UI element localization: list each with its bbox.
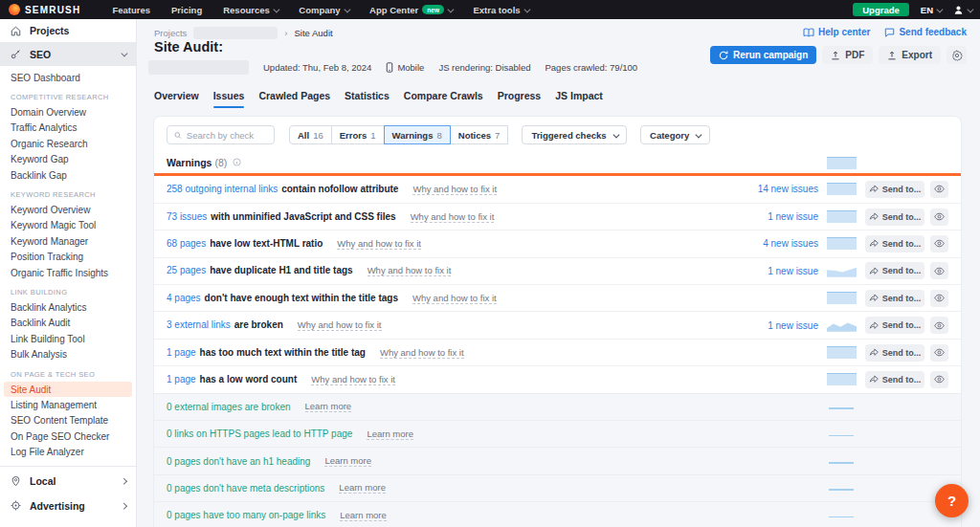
search-box[interactable] <box>167 125 275 144</box>
settings-button[interactable] <box>947 46 967 64</box>
sidebar-entry[interactable]: SEO Content Template <box>0 413 136 428</box>
why-fix-link[interactable]: Why and how to fix it <box>380 347 464 359</box>
sidebar-item-projects[interactable]: Projects <box>0 19 136 42</box>
eye-button[interactable] <box>930 344 948 362</box>
eye-button[interactable] <box>930 290 948 307</box>
rerun-campaign-button[interactable]: Rerun campaign <box>710 46 816 64</box>
help-center-link[interactable]: Help center <box>803 27 870 37</box>
issue-count-link[interactable]: 1 page <box>167 374 196 384</box>
issue-count-link[interactable]: 68 pages <box>167 238 206 249</box>
why-fix-link[interactable]: Why and how to fix it <box>368 265 452 276</box>
issue-count-link[interactable]: 73 issues <box>167 211 207 222</box>
sidebar-entry[interactable]: Domain Overview <box>0 104 136 120</box>
sidebar-item-seo[interactable]: SEO <box>0 42 136 66</box>
sidebar-entry[interactable]: Listing Management <box>0 397 136 412</box>
send-to-button[interactable]: Send to... <box>865 235 924 253</box>
send-to-button[interactable]: Send to... <box>865 371 924 388</box>
top-nav-item[interactable]: Company <box>288 0 359 19</box>
tab[interactable]: Issues <box>213 90 245 108</box>
top-nav-item[interactable]: Extra tools <box>462 0 539 19</box>
send-to-button[interactable]: Send to... <box>865 290 924 307</box>
sidebar-item-local[interactable]: Local <box>0 469 136 494</box>
issue-count-link[interactable]: 4 pages <box>167 293 201 303</box>
help-fab-button[interactable]: ? <box>935 484 969 517</box>
sidebar-entry[interactable]: Organic Traffic Insights <box>0 265 136 280</box>
send-to-button[interactable]: Send to... <box>865 181 924 198</box>
user-menu[interactable] <box>953 5 972 15</box>
tab[interactable]: Overview <box>154 90 199 108</box>
sidebar-entry[interactable]: On Page SEO Checker <box>0 428 136 444</box>
tab[interactable]: Statistics <box>345 90 390 108</box>
eye-button[interactable] <box>930 209 948 226</box>
eye-button[interactable] <box>930 371 948 388</box>
eye-button[interactable] <box>930 235 948 253</box>
why-fix-link[interactable]: Why and how to fix it <box>411 211 495 223</box>
new-issues-link[interactable]: 1 new issue <box>768 320 818 331</box>
why-fix-link[interactable]: Why and how to fix it <box>298 319 382 331</box>
learn-more-link[interactable]: Learn more <box>324 455 371 467</box>
learn-more-link[interactable]: Learn more <box>339 482 386 494</box>
new-issues-link[interactable]: 1 new issue <box>768 211 818 222</box>
sidebar-entry[interactable]: Traffic Analytics <box>0 121 136 136</box>
issue-count-link[interactable]: 25 pages <box>167 265 206 275</box>
eye-button[interactable] <box>930 317 948 334</box>
search-input[interactable] <box>187 130 267 141</box>
why-fix-link[interactable]: Why and how to fix it <box>412 184 497 195</box>
info-icon[interactable] <box>233 158 241 166</box>
sidebar-entry[interactable]: Position Tracking <box>0 250 136 265</box>
top-nav-item[interactable]: App Center new <box>359 0 462 19</box>
filter-segment[interactable]: Errors 1 <box>331 125 385 144</box>
breadcrumb-projects-link[interactable]: Projects <box>154 28 187 38</box>
tab[interactable]: Crawled Pages <box>258 90 330 108</box>
sidebar-entry[interactable]: Backlink Audit <box>0 316 136 331</box>
tab[interactable]: Progress <box>498 90 542 108</box>
sidebar-entry[interactable]: Log File Analyzer <box>0 444 136 459</box>
semrush-logo[interactable]: SEMRUSH <box>9 4 80 15</box>
eye-button[interactable] <box>930 262 948 279</box>
filter-segment[interactable]: Warnings 8 <box>384 125 451 144</box>
sidebar-item-advertising[interactable]: Advertising <box>0 494 136 518</box>
tab[interactable]: JS Impact <box>555 90 603 108</box>
issue-count-link[interactable]: 258 outgoing internal links <box>167 184 278 194</box>
sidebar-entry[interactable]: Keyword Gap <box>0 152 136 167</box>
new-issues-link[interactable]: 14 new issues <box>758 184 818 194</box>
sidebar-entry[interactable]: Bulk Analysis <box>0 346 136 362</box>
sidebar-entry[interactable]: Keyword Magic Tool <box>0 218 136 233</box>
category-dropdown[interactable]: Category <box>640 125 710 144</box>
send-to-button[interactable]: Send to... <box>865 317 924 334</box>
filter-segment[interactable]: All 16 <box>289 125 332 144</box>
language-selector[interactable]: EN <box>921 5 942 15</box>
export-button[interactable]: Export <box>879 46 941 64</box>
eye-button[interactable] <box>930 181 948 198</box>
filter-segment[interactable]: Notices 7 <box>450 125 509 144</box>
sidebar-entry[interactable]: SEO Dashboard <box>0 70 136 85</box>
sidebar-entry[interactable]: Backlink Analytics <box>0 299 136 315</box>
sidebar-entry[interactable]: Keyword Overview <box>0 202 136 217</box>
tab[interactable]: Compare Crawls <box>404 90 483 108</box>
why-fix-link[interactable]: Why and how to fix it <box>311 374 395 385</box>
sidebar-entry[interactable]: Link Building Tool <box>0 331 136 346</box>
sidebar-entry[interactable]: Keyword Manager <box>0 233 136 249</box>
top-nav-item[interactable]: Pricing <box>161 0 212 19</box>
issue-count-link[interactable]: 1 page <box>167 347 196 358</box>
send-feedback-link[interactable]: Send feedback <box>884 27 967 37</box>
why-fix-link[interactable]: Why and how to fix it <box>337 238 421 250</box>
top-nav-item[interactable]: Resources <box>212 0 288 19</box>
sidebar-entry[interactable]: Backlink Gap <box>0 167 136 183</box>
upgrade-button[interactable]: Upgrade <box>853 3 909 16</box>
triggered-checks-dropdown[interactable]: Triggered checks <box>522 125 627 144</box>
send-to-button[interactable]: Send to... <box>865 262 924 279</box>
new-issues-link[interactable]: 4 new issues <box>763 238 818 249</box>
send-to-button[interactable]: Send to... <box>865 209 924 226</box>
new-issues-link[interactable]: 1 new issue <box>768 266 818 276</box>
top-nav-item[interactable]: Features <box>101 0 161 19</box>
sidebar-entry[interactable]: Organic Research <box>0 136 136 151</box>
send-to-button[interactable]: Send to... <box>865 344 924 362</box>
pdf-button[interactable]: PDF <box>822 46 873 64</box>
why-fix-link[interactable]: Why and how to fix it <box>412 293 497 304</box>
sidebar-entry[interactable]: Site Audit <box>4 382 132 397</box>
learn-more-link[interactable]: Learn more <box>340 510 387 521</box>
learn-more-link[interactable]: Learn more <box>367 428 413 440</box>
learn-more-link[interactable]: Learn more <box>305 401 352 412</box>
issue-count-link[interactable]: 3 external links <box>167 319 231 330</box>
